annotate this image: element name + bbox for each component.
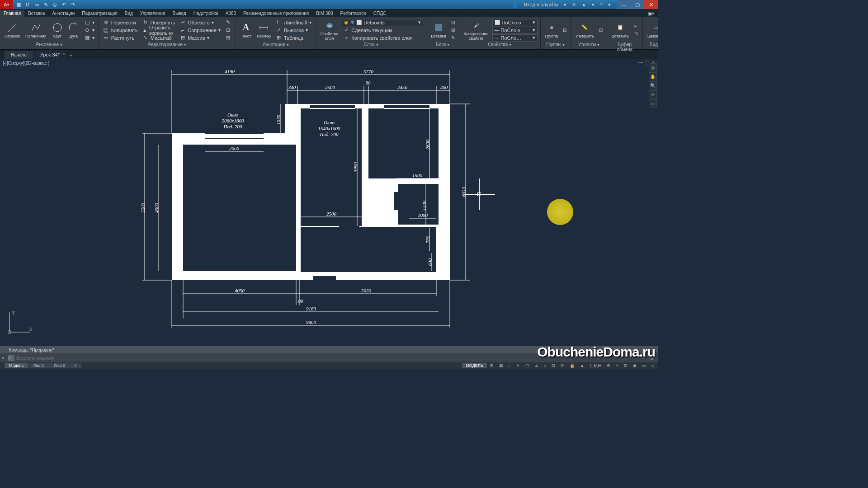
app-menu[interactable]: A▾ [0, 0, 13, 9]
ribtab-addins[interactable]: Надстройки [190, 10, 222, 17]
trim-button[interactable]: ✂Обрезать ▾ [178, 19, 222, 26]
status-transp-icon[interactable]: ⊡ [549, 362, 557, 369]
match-layer-button[interactable]: ≡Копировать свойства слоя [342, 34, 423, 42]
filetab-current[interactable]: Урок 34*× [34, 51, 66, 59]
status-hardware-icon[interactable]: ⊡ [622, 362, 630, 369]
block-misc3[interactable]: ✎ [450, 34, 456, 42]
array-button[interactable]: ⊞Массив ▾ [178, 34, 222, 42]
ribtab-performance[interactable]: Performance [337, 10, 370, 17]
status-clean-icon[interactable]: ▭ [640, 362, 648, 369]
dimension-button[interactable]: Размер [255, 21, 273, 39]
linear-dim-button[interactable]: ⊢Линейный ▾ [274, 19, 313, 26]
status-polar-icon[interactable]: ✶ [514, 362, 522, 369]
status-grid-icon[interactable]: ⊞ [488, 362, 496, 369]
text-button[interactable]: AТекст [239, 21, 253, 39]
status-scale-dropdown[interactable]: 1:50 ▾ [587, 362, 604, 369]
status-annoscale-icon[interactable]: 🔒 [567, 362, 577, 369]
nav-showmotion-icon[interactable]: ▭ [649, 99, 657, 108]
leader-button[interactable]: ↗Выноска ▾ [274, 27, 313, 34]
util-misc[interactable]: ⊡ [598, 27, 604, 34]
nav-zoom-icon[interactable]: 🔍 [649, 81, 657, 89]
qat-undo-icon[interactable]: ↶ [60, 1, 68, 8]
ribtab-spds[interactable]: СПДС [370, 10, 390, 17]
scale-button[interactable]: ⤡Масштаб [141, 34, 176, 42]
block-misc1[interactable]: ⊡ [450, 19, 456, 26]
arc-button[interactable]: Дуга [66, 21, 81, 39]
draw-misc2[interactable]: ⊙▾ [83, 27, 96, 34]
minimize-button[interactable]: — [617, 0, 631, 9]
polyline-button[interactable]: Полилиния [24, 21, 48, 39]
ribtab-featured[interactable]: Рекомендованные приложения [240, 10, 312, 17]
qat-save-icon[interactable]: ▭ [33, 1, 41, 8]
layer-props-button[interactable]: Свойства слоя [319, 19, 340, 42]
status-cycling-icon[interactable]: ⟳ [558, 362, 566, 369]
block-misc2[interactable]: ⊞ [450, 27, 456, 34]
move-button[interactable]: ✥Перенести [102, 19, 139, 26]
status-snap-icon[interactable]: ▦ [497, 362, 505, 369]
circle-button[interactable]: Круг [50, 21, 65, 39]
close-cmd-icon[interactable]: × [2, 356, 6, 361]
draw-misc1[interactable]: ▢▾ [83, 19, 96, 26]
nav-steering-icon[interactable]: ◎ [649, 63, 657, 71]
layout-sheet2[interactable]: Лист2 [49, 363, 70, 368]
modify-misc2[interactable]: ⊡ [224, 27, 233, 34]
nav-pan-icon[interactable]: ✋ [649, 72, 657, 80]
qat-open-icon[interactable]: 🗋 [24, 1, 32, 8]
group-button[interactable]: ⊞Группа [543, 21, 560, 39]
mirror-button[interactable]: ▲Отразить зеркально [141, 27, 176, 34]
status-isolate-icon[interactable]: ◉ [631, 362, 639, 369]
measure-button[interactable]: 📏Измерить [574, 21, 596, 39]
draw-misc3[interactable]: ▦▾ [83, 34, 96, 42]
status-lweight-icon[interactable]: ≡ [542, 362, 548, 369]
status-custom-icon[interactable]: ≡ [649, 362, 656, 369]
close-tab-icon[interactable]: × [63, 52, 65, 56]
ribtab-bim360[interactable]: BIM 360 [312, 10, 336, 17]
status-ortho-icon[interactable]: ⌐ [506, 362, 513, 369]
status-annovis-icon[interactable]: ▲ [578, 362, 586, 369]
clip-misc1[interactable]: ✂ [632, 23, 640, 30]
color-dropdown[interactable]: ⬜ ПоСлою▾ [492, 19, 538, 26]
fillet-button[interactable]: ⌐Сопряжение ▾ [178, 27, 222, 34]
ribbon-collapse-icon[interactable]: ▣▾ [644, 10, 658, 17]
modify-misc1[interactable]: ✎ [224, 19, 233, 26]
qat-redo-icon[interactable]: ↷ [69, 1, 77, 8]
qat-new-icon[interactable]: ▦ [14, 1, 23, 8]
close-button[interactable]: ✕ [644, 0, 658, 9]
insert-block-button[interactable]: Вставка [429, 21, 448, 39]
table-button[interactable]: ⊞Таблица [274, 34, 313, 42]
clip-misc2[interactable]: ⿻ [632, 30, 640, 38]
signin-button[interactable]: Вход в службы [522, 2, 560, 7]
qat-print-icon[interactable]: ⎙ [51, 1, 59, 8]
layout-model[interactable]: Модель [5, 363, 28, 368]
help-icon[interactable]: ? [598, 2, 604, 7]
make-current-button[interactable]: ✓Сделать текущим [342, 27, 423, 34]
copy-button[interactable]: ⿻Копировать [102, 27, 139, 34]
ribtab-manage[interactable]: Управление [137, 10, 169, 17]
match-props-button[interactable]: 🖌Копирование свойств [462, 19, 491, 42]
ribtab-output[interactable]: Вывод [169, 10, 190, 17]
cmd-prompt-icon[interactable]: ▷_ [8, 355, 14, 361]
ribtab-view[interactable]: Вид [121, 10, 137, 17]
nav-orbit-icon[interactable]: ⟳ [649, 90, 657, 99]
ribtab-annotate[interactable]: Аннотации [48, 10, 78, 17]
layer-dropdown[interactable]: ◉ ❄ ⬜ Defpoints▾ [342, 19, 423, 26]
line-button[interactable]: Отрезок [3, 21, 22, 39]
ribtab-a360[interactable]: A360 [222, 10, 240, 17]
qat-saveas-icon[interactable]: ✎ [42, 1, 50, 8]
viewport-label[interactable]: [-][Сверху][2D-каркас ] [3, 61, 49, 66]
group-misc[interactable]: ⊡ [561, 27, 568, 34]
new-tab-button[interactable]: + [67, 52, 75, 59]
status-model-button[interactable]: МОДЕЛЬ [462, 363, 486, 368]
modify-misc3[interactable]: ⊞ [224, 34, 233, 42]
exchange-icon[interactable]: ✕ [570, 2, 578, 8]
ribtab-parametric[interactable]: Параметризация [78, 10, 121, 17]
paste-button[interactable]: 📋Вставить [610, 21, 631, 39]
ribtab-insert[interactable]: Вставка [24, 10, 48, 17]
layout-sheet1[interactable]: Лист1 [28, 363, 49, 368]
status-monitor-icon[interactable]: + [613, 362, 620, 369]
status-otrack-icon[interactable]: ∠ [533, 362, 541, 369]
status-ws-icon[interactable]: ⚙ [604, 362, 613, 369]
layout-add[interactable]: + [70, 363, 81, 368]
ribtab-home[interactable]: Главная [0, 10, 24, 17]
lineweight-dropdown[interactable]: — ПоСлою▾ [492, 27, 538, 34]
